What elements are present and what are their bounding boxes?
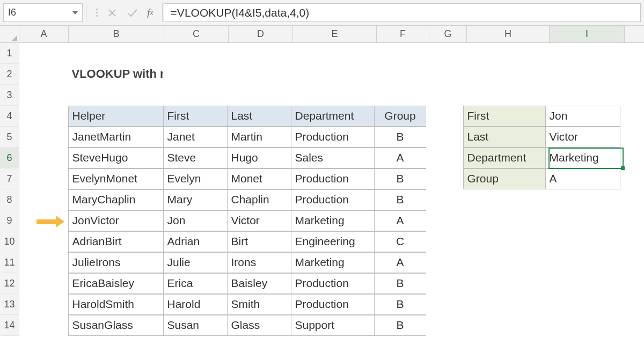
cell[interactable] xyxy=(19,315,69,336)
table-cell[interactable]: C xyxy=(374,231,427,252)
cell[interactable] xyxy=(19,106,69,127)
cell[interactable] xyxy=(68,43,164,64)
lookup-value[interactable]: Jon xyxy=(545,106,620,127)
cell[interactable] xyxy=(463,315,546,336)
row-header-11[interactable]: 11 xyxy=(0,252,19,273)
cell[interactable] xyxy=(227,64,291,85)
cell[interactable] xyxy=(426,127,464,148)
cell[interactable] xyxy=(19,273,69,294)
cell[interactable] xyxy=(68,85,164,106)
column-header-B[interactable]: B xyxy=(69,26,164,42)
cell[interactable] xyxy=(426,294,464,315)
table-header[interactable]: First xyxy=(163,106,228,127)
table-cell[interactable]: SusanGlass xyxy=(68,315,164,336)
cell[interactable] xyxy=(545,43,620,64)
cell[interactable] xyxy=(426,273,464,294)
table-cell[interactable]: Adrian xyxy=(163,231,228,252)
column-header-E[interactable]: E xyxy=(293,26,377,42)
table-header[interactable]: Last xyxy=(227,106,291,127)
cell[interactable] xyxy=(291,43,375,64)
cell[interactable] xyxy=(19,43,69,64)
table-cell[interactable]: EricaBaisley xyxy=(68,273,164,294)
name-box-dropdown-icon[interactable] xyxy=(72,11,78,14)
cell[interactable] xyxy=(19,189,69,210)
table-header[interactable]: Group xyxy=(374,106,427,127)
table-cell[interactable]: Birt xyxy=(227,231,291,252)
cell[interactable] xyxy=(463,43,546,64)
cell[interactable] xyxy=(463,231,546,252)
table-cell[interactable]: Marketing xyxy=(291,210,375,231)
table-cell[interactable]: Victor xyxy=(227,210,291,231)
row-header-6[interactable]: 6 xyxy=(0,148,19,168)
table-cell[interactable]: Hugo xyxy=(227,148,291,168)
table-cell[interactable]: EvelynMonet xyxy=(68,168,164,189)
cell[interactable] xyxy=(545,189,620,210)
table-cell[interactable]: Baisley xyxy=(227,273,291,294)
cell[interactable] xyxy=(463,64,546,85)
table-cell[interactable]: JonVictor xyxy=(68,210,164,231)
row-header-1[interactable]: 1 xyxy=(0,43,19,64)
column-header-H[interactable]: H xyxy=(467,26,550,42)
row-header-9[interactable]: 9 xyxy=(0,210,19,231)
cell[interactable] xyxy=(463,210,546,231)
cell[interactable] xyxy=(426,106,464,127)
cell[interactable] xyxy=(19,148,69,168)
lookup-value[interactable]: Victor xyxy=(545,127,620,148)
table-cell[interactable]: B xyxy=(374,189,427,210)
cell[interactable] xyxy=(426,85,464,106)
cell[interactable] xyxy=(163,85,228,106)
column-header-C[interactable]: C xyxy=(164,26,229,42)
cell[interactable] xyxy=(463,252,546,273)
cell[interactable] xyxy=(426,43,464,64)
table-cell[interactable]: AdrianBirt xyxy=(68,231,164,252)
cell[interactable] xyxy=(19,85,69,106)
cell[interactable] xyxy=(291,85,375,106)
page-title[interactable]: VLOOKUP with multiple criteria xyxy=(68,64,164,85)
lookup-label[interactable]: Group xyxy=(463,168,546,189)
column-header-I[interactable]: I xyxy=(550,26,625,42)
cell[interactable] xyxy=(374,43,427,64)
cell[interactable] xyxy=(426,148,464,168)
row-header-12[interactable]: 12 xyxy=(0,273,19,294)
cell[interactable] xyxy=(545,273,620,294)
cell[interactable] xyxy=(19,231,69,252)
cell[interactable] xyxy=(374,64,427,85)
table-cell[interactable]: A xyxy=(374,252,427,273)
cell[interactable] xyxy=(227,43,291,64)
cell[interactable] xyxy=(463,294,546,315)
name-box[interactable]: I6 xyxy=(3,3,83,22)
row-header-3[interactable]: 3 xyxy=(0,85,19,106)
table-cell[interactable]: Mary xyxy=(163,189,228,210)
table-cell[interactable]: Erica xyxy=(163,273,228,294)
table-cell[interactable]: Production xyxy=(291,127,375,148)
row-header-13[interactable]: 13 xyxy=(0,294,19,315)
cell[interactable] xyxy=(426,189,464,210)
lookup-value[interactable]: A xyxy=(545,168,620,189)
table-cell[interactable]: Julie xyxy=(163,252,228,273)
lookup-label[interactable]: First xyxy=(463,106,546,127)
cell[interactable] xyxy=(426,252,464,273)
cell[interactable] xyxy=(545,85,620,106)
cell[interactable] xyxy=(19,127,69,148)
column-header-F[interactable]: F xyxy=(377,26,429,42)
table-cell[interactable]: Susan xyxy=(163,315,228,336)
table-cell[interactable]: B xyxy=(374,168,427,189)
table-header[interactable]: Helper xyxy=(68,106,164,127)
row-header-8[interactable]: 8 xyxy=(0,189,19,210)
select-all-corner[interactable] xyxy=(0,26,19,42)
table-cell[interactable]: Jon xyxy=(163,210,228,231)
column-header-G[interactable]: G xyxy=(429,26,467,42)
column-header-D[interactable]: D xyxy=(229,26,293,42)
cell[interactable] xyxy=(426,210,464,231)
cell[interactable] xyxy=(19,168,69,189)
cell[interactable] xyxy=(19,64,69,85)
row-header-4[interactable]: 4 xyxy=(0,106,19,127)
table-cell[interactable]: Martin xyxy=(227,127,291,148)
table-cell[interactable]: Marketing xyxy=(291,252,375,273)
table-cell[interactable]: Support xyxy=(291,315,375,336)
table-cell[interactable]: Production xyxy=(291,168,375,189)
lookup-value-selected[interactable]: Marketing xyxy=(545,148,620,168)
cell[interactable] xyxy=(426,231,464,252)
table-cell[interactable]: MaryChaplin xyxy=(68,189,164,210)
fx-label[interactable]: fx xyxy=(147,0,161,25)
